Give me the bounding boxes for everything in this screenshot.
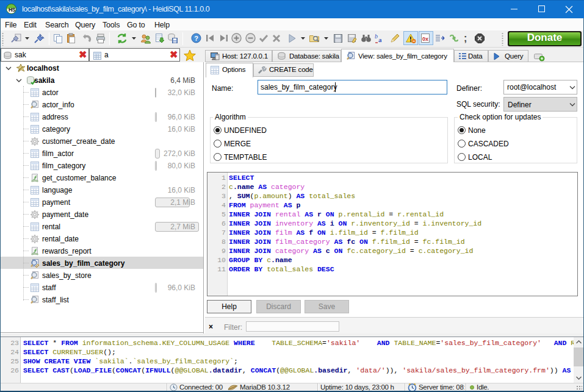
svg-text:a: a [378,36,382,43]
svg-text:b: b [375,33,378,40]
svg-text:0x: 0x [422,36,428,42]
svg-text:;: ; [464,33,467,43]
svg-text:?: ? [194,35,198,42]
